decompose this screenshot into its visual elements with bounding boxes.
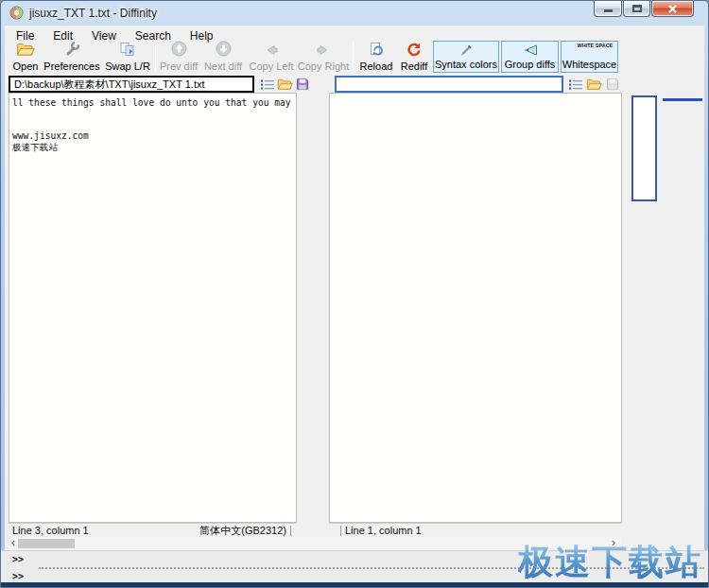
- right-editor-pane[interactable]: [329, 93, 622, 523]
- save-icon[interactable]: [296, 78, 309, 95]
- overview-diff-marker: [663, 98, 702, 101]
- right-cursor-position: Line 1, column 1: [345, 525, 422, 536]
- title-bar[interactable]: jisuxz_TXT 1.txt - Diffinity: [1, 1, 708, 26]
- editor-line: 极速下载站: [12, 142, 294, 153]
- next-diff-label: Next diff: [204, 61, 242, 72]
- pencil-icon: [458, 43, 474, 59]
- preferences-button[interactable]: Preferences: [43, 41, 101, 72]
- status-divider: [340, 526, 341, 536]
- syntax-colors-toggle[interactable]: Syntax colors: [433, 41, 499, 73]
- left-cursor-position: Line 3, column 1: [12, 525, 89, 536]
- minimize-button[interactable]: [594, 1, 622, 17]
- swap-lr-button[interactable]: Swap L/R: [104, 41, 151, 72]
- right-path-input[interactable]: [335, 76, 563, 93]
- open-label: Open: [13, 61, 39, 72]
- left-encoding: 简体中文(GB2312): [199, 524, 286, 538]
- window-title: jisuxz_TXT 1.txt - Diffinity: [29, 7, 157, 20]
- toolbar-separator: [155, 43, 156, 71]
- editor-line: www.jisuxz.com: [12, 130, 294, 142]
- reload-button[interactable]: Reload: [358, 41, 394, 72]
- next-diff-button[interactable]: Next diff: [201, 41, 245, 72]
- maximize-icon: [632, 5, 642, 12]
- copy-left-button[interactable]: Copy Left: [249, 41, 294, 72]
- arrow-up-circle-icon: [171, 41, 187, 57]
- close-button[interactable]: [651, 1, 694, 17]
- group-diffs-label: Group diffs: [505, 59, 556, 70]
- left-path-input[interactable]: [9, 76, 254, 93]
- copy-left-label: Copy Left: [249, 61, 293, 72]
- group-diffs-toggle[interactable]: Group diffs: [501, 41, 559, 73]
- swap-pages-icon: [119, 41, 136, 57]
- editor-line: ll these things shall love do unto you t…: [12, 97, 294, 109]
- right-line-prompt: >>: [12, 571, 24, 581]
- rediff-button[interactable]: Rediff: [397, 41, 431, 72]
- copy-right-button[interactable]: Copy Right: [298, 41, 349, 72]
- maximize-button[interactable]: [623, 1, 650, 17]
- whitespace-label: Whitespace: [562, 59, 616, 70]
- reload-label: Reload: [360, 61, 393, 72]
- whitespace-toggle[interactable]: WHITE SPACE Whitespace: [561, 41, 618, 73]
- editor-line: [12, 119, 294, 130]
- toolbar-separator: [353, 43, 354, 71]
- minimize-icon: [604, 9, 613, 12]
- right-status-bar: Line 1, column 1: [329, 523, 622, 537]
- prev-diff-button[interactable]: Prev diff: [158, 41, 199, 72]
- left-editor-text: ll these things shall love do unto you t…: [12, 97, 294, 152]
- diffinity-window: jisuxz_TXT 1.txt - Diffinity File Edit V…: [0, 0, 709, 588]
- folder-open-icon: [16, 41, 35, 57]
- reload-page-icon: [369, 41, 384, 57]
- arrow-down-circle-icon: [216, 41, 232, 57]
- arrow-left-icon: [263, 41, 280, 57]
- scroll-left-arrow-icon[interactable]: ‹: [9, 537, 18, 549]
- overview-viewport[interactable]: [631, 95, 657, 201]
- editor-line: [12, 109, 294, 120]
- left-status-bar: Line 3, column 1 简体中文(GB2312): [9, 523, 297, 537]
- arrow-right-icon: [315, 41, 332, 57]
- group-funnel-icon: [522, 43, 539, 59]
- wrench-icon: [64, 41, 80, 57]
- scrollbar-thumb[interactable]: [18, 539, 75, 548]
- app-icon[interactable]: [9, 6, 24, 24]
- prev-diff-label: Prev diff: [160, 61, 198, 72]
- left-editor-pane[interactable]: ll these things shall love do unto you t…: [9, 93, 297, 523]
- status-divider: [290, 526, 291, 536]
- syntax-colors-label: Syntax colors: [435, 59, 497, 70]
- open-button[interactable]: Open: [9, 41, 43, 72]
- watermark-text: 极速下载站: [518, 539, 702, 586]
- left-line-prompt: >>: [12, 554, 24, 564]
- rediff-refresh-icon: [406, 41, 422, 57]
- rediff-label: Rediff: [401, 61, 428, 72]
- whitespace-icon: WHITE SPACE: [578, 43, 602, 48]
- copy-right-label: Copy Right: [298, 61, 349, 72]
- swap-lr-label: Swap L/R: [105, 61, 150, 72]
- preferences-label: Preferences: [43, 61, 99, 72]
- close-icon: [668, 5, 677, 13]
